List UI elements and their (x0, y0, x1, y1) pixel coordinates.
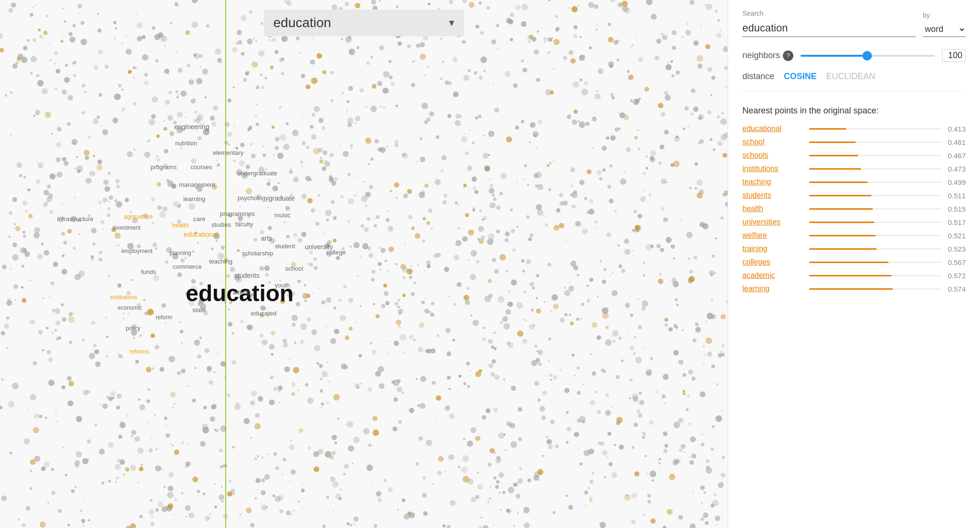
nearest-word[interactable]: schools (742, 151, 804, 160)
nearest-bar-wrapper (809, 248, 942, 250)
nearest-word[interactable]: teaching (742, 178, 804, 186)
nearest-word[interactable]: health (742, 204, 804, 213)
nearest-bar (809, 288, 893, 290)
nearest-word[interactable]: educational (742, 124, 804, 133)
nearest-bar-wrapper (809, 128, 942, 130)
nearest-item: universities 0.517 (742, 218, 966, 226)
nearest-bar (809, 195, 871, 196)
nearest-value: 0.413 (947, 125, 966, 133)
by-group: by word vector regex (923, 11, 966, 37)
search-section: Search by word vector regex (742, 10, 966, 37)
nearest-bar-wrapper (809, 182, 942, 183)
distance-euclidean-button[interactable]: EUCLIDEAN (826, 71, 875, 81)
nearest-bar-wrapper (809, 142, 942, 143)
nearest-item: school 0.461 (742, 138, 966, 146)
help-icon[interactable]: ? (783, 51, 793, 61)
viz-chevron-icon[interactable]: ▾ (449, 17, 454, 29)
nearest-heading: Nearest points in the original space: (742, 106, 966, 116)
nearest-item: students 0.511 (742, 191, 966, 200)
nearest-bar (809, 128, 846, 130)
by-label: by (923, 11, 966, 19)
distance-section: distance COSINE EUCLIDEAN (742, 71, 966, 91)
nearest-bar (809, 182, 868, 183)
neighbors-label: neighbors ? (742, 51, 793, 61)
nearest-bar-wrapper (809, 155, 942, 156)
nearest-item: teaching 0.499 (742, 178, 966, 186)
nearest-item: schools 0.467 (742, 151, 966, 160)
nearest-item: training 0.523 (742, 244, 966, 253)
nearest-word[interactable]: students (742, 191, 804, 200)
nearest-word[interactable]: school (742, 138, 804, 146)
nearest-bar-wrapper (809, 288, 942, 290)
nearest-word[interactable]: academic (742, 271, 804, 280)
nearest-value: 0.517 (947, 218, 966, 226)
nearest-item: welfare 0.521 (742, 231, 966, 240)
nearest-value: 0.515 (947, 205, 966, 213)
nearest-item: educational 0.413 (742, 124, 966, 133)
nearest-item: learning 0.574 (742, 284, 966, 293)
nearest-bar-wrapper (809, 208, 942, 210)
search-input[interactable] (742, 20, 916, 37)
nearest-value: 0.574 (947, 285, 966, 293)
nearest-list: educational 0.413 school 0.461 schools 0… (742, 124, 966, 293)
nearest-item: academic 0.572 (742, 271, 966, 280)
nearest-bar (809, 262, 889, 263)
nearest-value: 0.572 (947, 272, 966, 280)
nearest-bar (809, 208, 873, 210)
nearest-section: Nearest points in the original space: ed… (742, 106, 966, 293)
neighbors-section: neighbors ? 100 (742, 49, 966, 62)
nearest-word[interactable]: learning (742, 284, 804, 293)
neighbors-value[interactable]: 100 (942, 49, 966, 62)
search-group: Search (742, 10, 916, 37)
visualization-area: education ▾ educationengineeringnutritio… (0, 0, 728, 528)
nearest-value: 0.461 (947, 138, 966, 146)
nearest-value: 0.467 (947, 152, 966, 160)
nearest-value: 0.499 (947, 178, 966, 186)
neighbors-slider[interactable] (800, 55, 935, 57)
right-panel: Search by word vector regex neighbors ? … (728, 0, 980, 528)
slider-wrapper (800, 55, 935, 57)
nearest-bar (809, 275, 891, 276)
search-label: Search (742, 10, 916, 17)
nearest-bar-wrapper (809, 168, 942, 170)
nearest-bar (809, 235, 876, 236)
viz-search-term: education (273, 15, 331, 30)
nearest-value: 0.511 (947, 192, 966, 200)
scatter-plot-canvas (0, 0, 728, 528)
nearest-bar-wrapper (809, 235, 942, 236)
nearest-bar (809, 142, 856, 143)
nearest-bar-wrapper (809, 222, 942, 223)
nearest-bar-wrapper (809, 275, 942, 276)
nearest-bar-wrapper (809, 195, 942, 196)
nearest-bar (809, 155, 858, 156)
nearest-word[interactable]: colleges (742, 258, 804, 266)
nearest-bar (809, 222, 874, 223)
nearest-word[interactable]: welfare (742, 231, 804, 240)
by-select[interactable]: word vector regex (923, 22, 966, 37)
distance-label: distance (742, 71, 774, 81)
nearest-item: health 0.515 (742, 204, 966, 213)
nearest-value: 0.473 (947, 165, 966, 173)
nearest-bar (809, 248, 877, 250)
nearest-item: colleges 0.567 (742, 258, 966, 266)
nearest-value: 0.523 (947, 245, 966, 253)
distance-cosine-button[interactable]: COSINE (784, 71, 817, 81)
nearest-value: 0.521 (947, 232, 966, 240)
nearest-value: 0.567 (947, 258, 966, 266)
nearest-item: institutions 0.473 (742, 164, 966, 173)
nearest-bar-wrapper (809, 262, 942, 263)
nearest-word[interactable]: universities (742, 218, 804, 226)
nearest-bar (809, 168, 861, 170)
viz-search-bar[interactable]: education ▾ (264, 10, 464, 36)
nearest-word[interactable]: institutions (742, 164, 804, 173)
nearest-word[interactable]: training (742, 244, 804, 253)
